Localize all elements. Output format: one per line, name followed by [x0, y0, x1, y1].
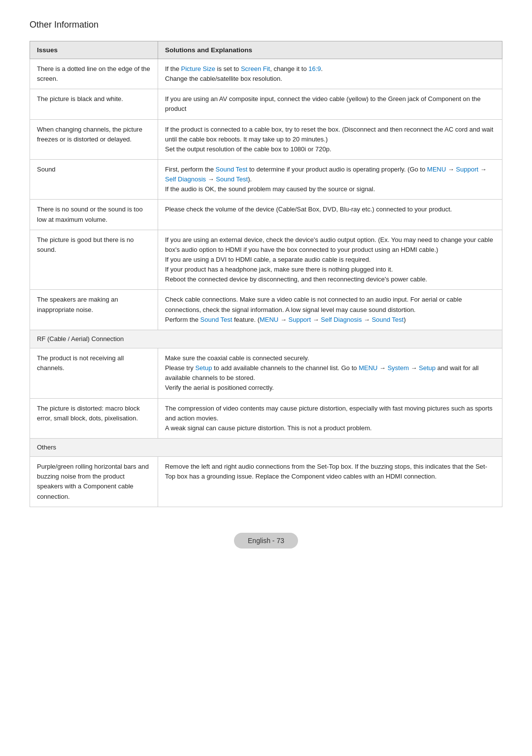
inline-link[interactable]: Sound Test: [216, 175, 248, 183]
table-row-issue: When changing channels, the picture free…: [30, 119, 158, 159]
table-row-issue: Sound: [30, 159, 158, 199]
table-row-issue: There is no sound or the sound is too lo…: [30, 200, 158, 230]
table-row-solution: Check cable connections. Make sure a vid…: [158, 290, 502, 330]
inline-link[interactable]: Screen Fit: [241, 65, 270, 72]
inline-link[interactable]: 16:9: [308, 65, 321, 72]
page-title: Other Information: [30, 20, 502, 30]
table-row-issue: Purple/green rolling horizontal bars and…: [30, 457, 158, 507]
table-row-solution: The compression of video contents may ca…: [158, 398, 502, 438]
table-row-issue: The picture is good but there is no soun…: [30, 230, 158, 290]
inline-link[interactable]: Support: [456, 166, 479, 173]
inline-link[interactable]: MENU: [260, 316, 278, 323]
table-row-solution: First, perform the Sound Test to determi…: [158, 159, 502, 199]
inline-link[interactable]: Setup: [195, 364, 212, 372]
table-row-solution: Make sure the coaxial cable is connected…: [158, 348, 502, 398]
table-row-solution: Remove the left and right audio connecti…: [158, 457, 502, 507]
inline-link[interactable]: Sound Test: [216, 166, 248, 173]
inline-link[interactable]: MENU: [427, 166, 446, 173]
col-issues-header: Issues: [30, 41, 158, 59]
inline-link[interactable]: Sound Test: [372, 316, 404, 323]
table-row-issue: The picture is distorted: macro block er…: [30, 398, 158, 438]
table-row-solution: If you are using an AV composite input, …: [158, 89, 502, 119]
table-row-issue: The speakers are making an inappropriate…: [30, 290, 158, 330]
table-row-solution: If the Picture Size is set to Screen Fit…: [158, 59, 502, 89]
inline-link[interactable]: Sound Test: [200, 316, 233, 323]
inline-link[interactable]: Self Diagnosis: [321, 316, 362, 323]
table-row-solution: If the product is connected to a cable b…: [158, 119, 502, 159]
table-row-solution: Please check the volume of the device (C…: [158, 200, 502, 230]
issues-table: Issues Solutions and Explanations There …: [30, 41, 502, 507]
section-header-row: Others: [30, 438, 502, 456]
table-row-solution: If you are using an external device, che…: [158, 230, 502, 290]
section-header-row: RF (Cable / Aerial) Connection: [30, 330, 502, 348]
table-row-issue: There is a dotted line on the edge of th…: [30, 59, 158, 89]
inline-link[interactable]: Picture Size: [181, 65, 215, 72]
footer-badge: English - 73: [234, 533, 298, 549]
inline-link[interactable]: Setup: [419, 364, 435, 372]
col-solutions-header: Solutions and Explanations: [158, 41, 502, 59]
inline-link[interactable]: Support: [289, 316, 311, 323]
table-row-issue: The picture is black and white.: [30, 89, 158, 119]
table-row-issue: The product is not receiving all channel…: [30, 348, 158, 398]
inline-link[interactable]: System: [388, 364, 409, 372]
inline-link[interactable]: Self Diagnosis: [165, 175, 206, 183]
footer: English - 73: [30, 527, 502, 554]
inline-link[interactable]: MENU: [359, 364, 377, 372]
